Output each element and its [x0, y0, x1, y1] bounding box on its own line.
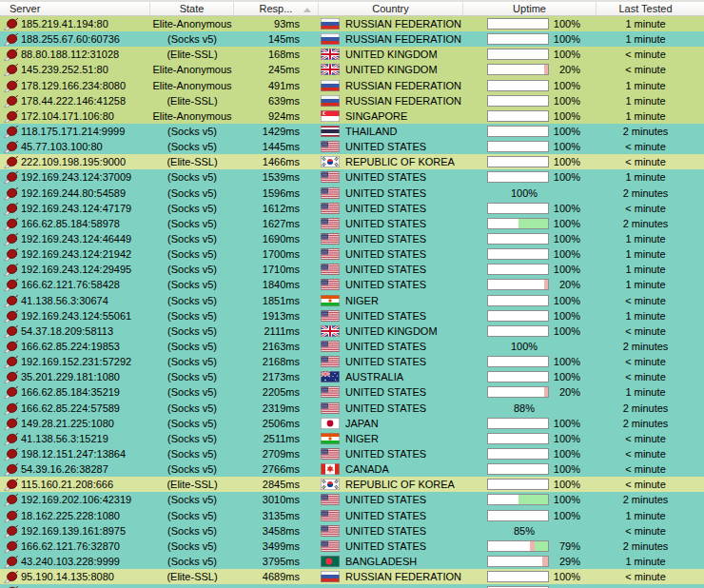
proxy-state: Elite-Anonymous — [150, 18, 234, 29]
proxy-row[interactable]: 41.138.56.3:15219(Socks v5)2511msNIGER10… — [0, 431, 704, 446]
server-address: 115.160.21.208:666 — [21, 479, 150, 490]
proxy-row[interactable]: 188.255.67.60:60736(Socks v5)145msRUSSIA… — [0, 31, 704, 47]
country-flag-icon — [321, 402, 340, 414]
proxy-spray-icon — [0, 478, 21, 491]
uptime-bar-segment — [488, 357, 548, 366]
uptime-bar — [487, 540, 549, 552]
proxy-row[interactable]: 178.129.166.234:8080Elite-Anonymous491ms… — [0, 78, 704, 93]
proxy-row[interactable]: 166.62.85.184:58978(Socks v5)1627msUNITE… — [0, 216, 704, 231]
server-address: 185.219.41.194:80 — [21, 18, 150, 29]
proxy-row[interactable]: 149.28.21.225:1080(Socks v5)2506msJAPAN1… — [0, 416, 704, 431]
proxy-table-body: 185.219.41.194:80Elite-Anonymous93msRUSS… — [0, 16, 704, 588]
proxy-state: (Socks v5) — [150, 463, 234, 475]
proxy-row[interactable]: 192.169.243.124:47179(Socks v5)1612msUNI… — [0, 201, 704, 216]
proxy-row[interactable]: 35.201.229.181:1080(Socks v5)2173msAUSTR… — [0, 369, 704, 384]
proxy-spray-icon — [0, 247, 21, 261]
uptime-percent: 100% — [549, 325, 580, 337]
country-name: UNITED STATES — [345, 310, 426, 322]
server-address: 18.162.225.228:1080 — [21, 510, 150, 521]
server-address: 41.138.56.3:30674 — [21, 295, 150, 306]
proxy-row[interactable]: 192.169.243.124:29495(Socks v5)1710msUNI… — [0, 262, 704, 277]
uptime-cell: 100% — [463, 49, 596, 60]
uptime-percent: 100% — [549, 433, 580, 444]
last-tested: < minute — [596, 371, 704, 382]
proxy-row-partial[interactable] — [0, 584, 704, 588]
proxy-row[interactable]: 18.162.225.228:1080(Socks v5)3135msUNITE… — [0, 508, 704, 523]
uptime-bar-segment — [488, 204, 548, 213]
proxy-row[interactable]: 192.169.243.124:37009(Socks v5)1539msUNI… — [0, 169, 704, 185]
server-address: 178.129.166.234:8080 — [21, 80, 150, 91]
proxy-row[interactable]: 166.62.121.76:58428(Socks v5)1840msUNITE… — [0, 277, 704, 292]
country-flag-icon — [321, 110, 340, 122]
proxy-row[interactable]: 192.169.243.124:46449(Socks v5)1690msUNI… — [0, 231, 704, 246]
country-flag-icon — [321, 448, 340, 460]
proxy-row[interactable]: 192.169.243.124:55061(Socks v5)1913msUNI… — [0, 308, 704, 323]
proxy-row[interactable]: 185.219.41.194:80Elite-Anonymous93msRUSS… — [0, 16, 704, 31]
proxy-row[interactable]: 178.44.222.146:41258(Elite-SSL)639msRUSS… — [0, 93, 704, 108]
uptime-cell: 100% — [463, 248, 596, 260]
proxy-state: (Socks v5) — [150, 525, 234, 537]
proxy-row[interactable]: 192.169.243.124:21942(Socks v5)1700msUNI… — [0, 246, 704, 262]
uptime-bar — [487, 156, 549, 167]
country-cell: UNITED STATES — [319, 218, 463, 229]
country-flag-icon — [321, 171, 340, 183]
proxy-row[interactable]: 43.240.103.228:9999(Socks v5)3795msBANGL… — [0, 554, 704, 569]
response-time: 2205ms — [234, 386, 319, 398]
country-cell: UNITED STATES — [319, 448, 463, 460]
response-time: 3795ms — [234, 556, 319, 567]
proxy-row[interactable]: 166.62.85.184:35219(Socks v5)2205msUNITE… — [0, 384, 704, 400]
response-time: 3499ms — [234, 540, 319, 552]
uptime-bar-segment — [488, 572, 548, 581]
proxy-row[interactable]: 118.175.171.214:9999(Socks v5)1429msTHAI… — [0, 124, 704, 139]
column-header-uptime[interactable]: Uptime — [463, 2, 596, 15]
proxy-row[interactable]: 54.37.18.209:58113(Socks v5)2111msUNITED… — [0, 323, 704, 339]
proxy-state: (Socks v5) — [150, 448, 234, 460]
country-name: NIGER — [345, 295, 379, 306]
proxy-row[interactable]: 192.169.139.161:8975(Socks v5)3458msUNIT… — [0, 523, 704, 539]
proxy-row[interactable]: 166.62.85.224:57589(Socks v5)2319msUNITE… — [0, 401, 704, 416]
last-tested: < minute — [596, 203, 704, 214]
proxy-row[interactable]: 166.62.121.76:32870(Socks v5)3499msUNITE… — [0, 539, 704, 554]
proxy-row[interactable]: 172.104.171.106:80Elite-Anonymous924msSI… — [0, 108, 704, 124]
proxy-row[interactable]: 54.39.16.26:38287(Socks v5)2766msCANADA1… — [0, 461, 704, 477]
proxy-spray-icon — [0, 17, 21, 30]
uptime-cell: 100% — [463, 187, 596, 199]
proxy-spray-icon — [0, 155, 21, 168]
column-header-state[interactable]: State — [150, 2, 234, 15]
uptime-percent: 20% — [549, 386, 580, 398]
proxy-row[interactable]: 166.62.85.224:19853(Socks v5)2163msUNITE… — [0, 339, 704, 354]
proxy-row[interactable]: 88.80.188.112:31028(Elite-SSL)168msUNITE… — [0, 47, 704, 62]
proxy-row[interactable]: 222.109.198.195:9000(Elite-SSL)1466msREP… — [0, 154, 704, 169]
uptime-cell: 100% — [463, 80, 596, 91]
column-header-server[interactable]: Server — [0, 2, 150, 15]
proxy-row[interactable]: 41.138.56.3:30674(Socks v5)1851msNIGER10… — [0, 293, 704, 308]
country-name: JAPAN — [345, 418, 379, 429]
column-header-last-tested[interactable]: Last Tested — [596, 2, 704, 15]
country-name: UNITED STATES — [345, 525, 426, 537]
proxy-state: (Socks v5) — [150, 187, 234, 199]
proxy-spray-icon — [0, 170, 21, 184]
proxy-row[interactable]: 145.239.252.51:80Elite-Anonymous245msUNI… — [0, 62, 704, 77]
uptime-bar-segment — [488, 280, 544, 289]
column-header-country[interactable]: Country — [319, 2, 463, 15]
country-name: UNITED KINGDOM — [345, 325, 438, 337]
uptime-bar — [487, 279, 549, 290]
country-name: BANGLADESH — [345, 556, 417, 567]
server-address: 192.169.202.106:42319 — [21, 494, 150, 505]
country-name: UNITED STATES — [345, 233, 426, 245]
proxy-row[interactable]: 192.169.244.80:54589(Socks v5)1596msUNIT… — [0, 186, 704, 201]
proxy-state: (Socks v5) — [150, 371, 234, 382]
proxy-row[interactable]: 198.12.151.247:13864(Socks v5)2709msUNIT… — [0, 446, 704, 461]
proxy-row[interactable]: 115.160.21.208:666(Elite-SSL)2845msREPUB… — [0, 477, 704, 492]
country-cell: UNITED STATES — [319, 494, 463, 505]
proxy-row[interactable]: 45.77.103.100:80(Socks v5)1445msUNITED S… — [0, 139, 704, 154]
response-time: 1913ms — [234, 310, 319, 322]
proxy-row[interactable]: 192.169.202.106:42319(Socks v5)3010msUNI… — [0, 492, 704, 507]
uptime-percent: 29% — [549, 556, 580, 567]
response-time: 2709ms — [234, 448, 319, 460]
last-tested: 2 minutes — [596, 540, 704, 552]
proxy-row[interactable]: 95.190.14.135:8080(Elite-SSL)4689msRUSSI… — [0, 569, 704, 584]
column-header-response[interactable]: Resp... — [234, 2, 319, 15]
proxy-row[interactable]: 192.169.152.231:57292(Socks v5)2168msUNI… — [0, 354, 704, 369]
proxy-spray-icon — [0, 555, 21, 568]
